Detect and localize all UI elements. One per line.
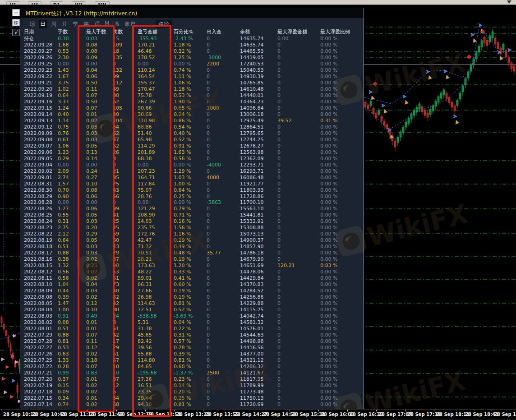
cell: 0 bbox=[207, 263, 240, 269]
statistics-panel: MTDriver统计 ,V3.12 (http://mtdriver.cn) 综… bbox=[20, 8, 364, 409]
cell: 15308.88 bbox=[240, 225, 277, 231]
cell: 2022.09.15 bbox=[24, 105, 58, 111]
cell: 15073.13 bbox=[240, 231, 277, 237]
cell: 15563.10 bbox=[240, 206, 277, 212]
axis-tick bbox=[1, 410, 1, 411]
table-row: 2022.08.280.000.0000.000.00 %-386311700.… bbox=[20, 199, 364, 206]
table-row: 2022.09.140.400.014030.690.24 %013006.18… bbox=[20, 111, 364, 118]
cell: 0.81 % bbox=[174, 300, 207, 307]
menu-item-0[interactable]: 综 bbox=[28, 20, 36, 28]
cell: 0 bbox=[277, 48, 320, 55]
cell: 1.03 % bbox=[174, 175, 207, 181]
table-row: 2022.09.262.300.09135178.521.25 %-300014… bbox=[20, 55, 364, 61]
cell: 0 bbox=[207, 36, 240, 42]
cell: 0 bbox=[277, 199, 320, 206]
period-button-h4[interactable]: H4 bbox=[28, 1, 41, 5]
table-row: 2022.09.071.060.0562114.290.91 %012678.2… bbox=[20, 143, 364, 149]
cell: 0.00 % bbox=[320, 156, 364, 162]
cell: 0 bbox=[277, 206, 320, 212]
table-row: 2022.08.020.080.0185.310.04 %014581.3200… bbox=[20, 319, 364, 326]
sell-arrow-icon bbox=[10, 395, 14, 398]
panel-title-bar[interactable]: MTDriver统计 ,V3.12 (http://mtdriver.cn) bbox=[20, 8, 364, 18]
cell: 0.14 % bbox=[174, 383, 207, 389]
cell: 0.25 % bbox=[174, 395, 207, 402]
period-button-d1[interactable]: D1 bbox=[50, 1, 63, 5]
sell-arrow-icon bbox=[2, 377, 5, 380]
axis-label: 28 Sep 15:31 bbox=[292, 412, 325, 417]
axis-tick bbox=[203, 410, 203, 411]
cell: 0 bbox=[277, 162, 320, 168]
cell: 0 bbox=[277, 244, 320, 250]
cell: 14429.84 bbox=[240, 275, 277, 282]
cell: 0.81 % bbox=[174, 357, 207, 364]
cell: 14478.06 bbox=[240, 269, 277, 275]
move-icon[interactable]: 移 bbox=[12, 19, 20, 26]
buy-arrow-icon bbox=[479, 23, 482, 27]
cell: 0 bbox=[277, 218, 320, 225]
cell: 0.00 % bbox=[320, 313, 364, 319]
cell: 0 bbox=[277, 80, 320, 86]
cell: 0 bbox=[207, 244, 240, 250]
cell: 2022.09.20 bbox=[24, 86, 58, 92]
cell: 2022.08.18 bbox=[24, 244, 58, 250]
cell: 2022.09.09 bbox=[24, 130, 58, 137]
menu-item-3[interactable]: 月 bbox=[60, 20, 69, 28]
cell: 2022.08.02 bbox=[24, 319, 58, 326]
cell: 12864.51 bbox=[240, 124, 277, 130]
toolbar-overflow-icon[interactable] bbox=[507, 0, 511, 4]
menu-item-2[interactable]: 周 bbox=[50, 20, 58, 28]
cell: 0 bbox=[207, 326, 240, 332]
cell: 0 bbox=[207, 124, 240, 130]
cell: 0.19 % bbox=[174, 256, 207, 263]
table-row: 2022.09.221.670.0699164.541.11 %014930.3… bbox=[20, 74, 364, 80]
period-button-w1[interactable]: W1 bbox=[72, 1, 86, 5]
panel-title: MTDriver统计 ,V3.12 (http://mtdriver.cn) bbox=[26, 10, 137, 18]
cell: 11728.86 bbox=[240, 194, 277, 200]
cell: 0.00 % bbox=[320, 149, 364, 156]
cell: 2022.09.19 bbox=[24, 92, 58, 99]
cell: 15441.81 bbox=[240, 212, 277, 218]
axis-label: 28 Sep 18:11 bbox=[436, 412, 470, 417]
cell: 2022.08.16 bbox=[24, 256, 58, 263]
period-button-h1[interactable]: H1 bbox=[6, 1, 19, 5]
cell: 0.33 % bbox=[174, 269, 207, 275]
cell: 0 bbox=[207, 395, 240, 402]
cell: 0.00 % bbox=[320, 67, 364, 74]
cell: 0 bbox=[277, 86, 320, 92]
cell: 14765.85 bbox=[240, 80, 277, 86]
axis-label: 28 Sep 14:27 bbox=[234, 412, 267, 417]
cell: 2022.08.17 bbox=[24, 250, 58, 256]
cell: 0 bbox=[277, 149, 320, 156]
cell: 35.77 bbox=[207, 250, 240, 256]
axis-tick bbox=[30, 410, 30, 411]
table-row: 2022.09.281.680.08109170.211.18 %014635.… bbox=[20, 42, 364, 48]
cell: 14377.00 bbox=[240, 351, 277, 357]
cell: 0 bbox=[207, 338, 240, 345]
cell: 0.65 % bbox=[174, 105, 207, 111]
cell: 0.64 % bbox=[174, 187, 207, 194]
axis-label: 28 Sep 14:59 bbox=[263, 412, 296, 417]
axis-tick bbox=[492, 410, 492, 411]
cell: 0.19 % bbox=[174, 294, 207, 300]
cell: 0.00 % bbox=[320, 269, 364, 275]
menu-item-1[interactable]: 日 bbox=[39, 20, 47, 28]
cell: 0.00 % bbox=[320, 237, 364, 244]
cell: 持仓 bbox=[24, 36, 58, 42]
mini-candlesticks bbox=[1, 316, 20, 399]
minimize-button[interactable]: − bbox=[12, 9, 20, 16]
cell: 0.00 % bbox=[320, 175, 364, 181]
cell: 0 bbox=[207, 92, 240, 99]
axis-label: 28 Sep 13:55 bbox=[205, 412, 239, 417]
period-button-mn[interactable]: MN bbox=[95, 1, 109, 5]
cell: 0 bbox=[277, 357, 320, 364]
cell: 15040.53 bbox=[240, 67, 277, 74]
annotation-box-pnl bbox=[132, 25, 171, 417]
cell: 0.00 % bbox=[320, 181, 364, 187]
buy-arrow-icon bbox=[382, 104, 385, 107]
cell: 2022.07.26 bbox=[24, 351, 58, 357]
cell: 14930.39 bbox=[240, 74, 277, 80]
axis-label: 28 Sep 16:03 bbox=[321, 412, 354, 417]
check-icon[interactable]: √ bbox=[12, 29, 20, 36]
cell: 11817.35 bbox=[240, 376, 277, 383]
cell: 0.00 % bbox=[320, 218, 364, 225]
